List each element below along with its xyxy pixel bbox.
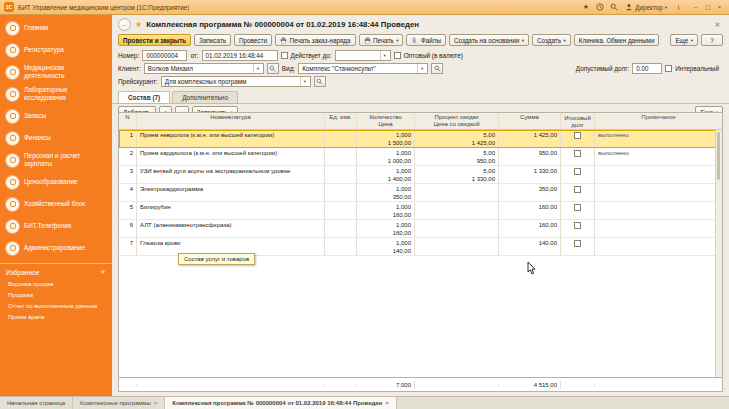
table-row[interactable]: 2 Прием кардиолога (к.м.н. или высшей ка… bbox=[119, 148, 722, 166]
tab-additional[interactable]: Дополнительно bbox=[172, 91, 238, 103]
clinic-exchange-button[interactable]: Клиника. Обмен данными bbox=[574, 34, 660, 46]
header-n[interactable]: N bbox=[119, 113, 137, 129]
header-quantity-price[interactable]: Количество Цена bbox=[357, 113, 415, 129]
client-search-button[interactable] bbox=[267, 63, 279, 74]
sidebar-item-label: Персонал и расчет зарплаты bbox=[24, 152, 106, 167]
create-based-on-button[interactable]: Создать на основании ▾ bbox=[449, 34, 529, 46]
document-form: ← ★ Комплексная программа № 000000004 от… bbox=[112, 15, 729, 396]
sidebar-item[interactable]: БИТ.Телефония bbox=[0, 215, 112, 237]
sidebar-item[interactable]: Персонал и расчет зарплаты bbox=[0, 149, 112, 171]
header-discount-percent: Процент скидки bbox=[435, 114, 479, 121]
print-menu-button[interactable]: Печать ▾ bbox=[359, 34, 404, 46]
vertical-scrollbar[interactable] bbox=[715, 130, 722, 377]
favorite-item[interactable]: Прием врача bbox=[0, 311, 112, 322]
header-discount[interactable]: Процент скидки Цена со скидкой bbox=[415, 113, 499, 129]
favorite-item[interactable]: Воронка продаж bbox=[0, 278, 112, 289]
bottom-tab[interactable]: Комплексная программа № 000000004 от 01.… bbox=[165, 397, 396, 409]
sidebar-item[interactable]: Регистратура bbox=[0, 39, 112, 61]
close-window-icon[interactable]: × bbox=[714, 2, 725, 13]
client-field[interactable]: Волков Михаил ▾ bbox=[144, 63, 264, 74]
favorite-item[interactable]: Отчет по выполненным данным bbox=[0, 300, 112, 311]
favorite-item[interactable]: Продажи bbox=[0, 289, 112, 300]
files-button[interactable]: Файлы bbox=[406, 34, 446, 46]
sidebar-item[interactable]: Запасы bbox=[0, 105, 112, 127]
header-unit[interactable]: Ед. изм. bbox=[325, 113, 357, 129]
info-icon[interactable]: i bbox=[673, 2, 684, 13]
valid-until-field[interactable]: ▾ bbox=[335, 50, 391, 61]
sidebar-item[interactable]: Медицинская деятельность bbox=[0, 61, 112, 83]
back-icon[interactable]: ← bbox=[118, 18, 131, 31]
cell-note bbox=[595, 238, 722, 255]
favorites-icon[interactable]: ★ bbox=[580, 2, 591, 13]
window-titlebar: 1С БИТ Управление медицинским центром (1… bbox=[0, 0, 729, 15]
number-field[interactable]: 000000004 bbox=[142, 50, 187, 61]
medical-activity-icon bbox=[6, 66, 19, 79]
sidebar-item[interactable]: Лабораторные исследования bbox=[0, 83, 112, 105]
kind-search-button[interactable] bbox=[431, 63, 443, 74]
table-row[interactable]: 6 АЛТ (аланинаминотрансфераза) 1,000 160… bbox=[119, 220, 722, 238]
row-debt-checkbox[interactable] bbox=[574, 204, 581, 211]
chevron-down-icon[interactable]: ▾ bbox=[300, 77, 309, 86]
favorite-star-icon[interactable]: ★ bbox=[135, 20, 142, 29]
sidebar-item[interactable]: Главная bbox=[0, 17, 112, 39]
price-list-field[interactable]: Для комплексных программ ▾ bbox=[161, 76, 311, 87]
row-debt-checkbox[interactable] bbox=[574, 150, 581, 157]
sidebar-item[interactable]: Хозяйственный блок bbox=[0, 193, 112, 215]
table-row[interactable]: 3 УЗИ ветвей дуги аорты на экстракраниал… bbox=[119, 166, 722, 184]
close-form-icon[interactable]: ✕ bbox=[712, 21, 723, 29]
row-debt-checkbox[interactable] bbox=[574, 240, 581, 247]
calendar-icon[interactable]: ▾ bbox=[380, 51, 389, 60]
save-button[interactable]: Записать bbox=[194, 34, 231, 46]
sidebar-item-label: Хозяйственный блок bbox=[24, 200, 85, 208]
post-button[interactable]: Провести bbox=[234, 34, 272, 46]
kind-field[interactable]: Комплекс "Стачконсульт" ▾ bbox=[298, 63, 428, 74]
header-final-debt[interactable]: Итоговый долг bbox=[561, 113, 595, 129]
sidebar-favorites-list: Воронка продажПродажиОтчет по выполненны… bbox=[0, 278, 112, 322]
chevron-down-icon[interactable]: ▾ bbox=[417, 64, 426, 73]
create-button[interactable]: Создать ▾ bbox=[532, 34, 571, 46]
scrollbar-thumb[interactable] bbox=[717, 132, 720, 180]
post-and-close-button[interactable]: Провести и закрыть bbox=[118, 34, 191, 46]
header-nomenclature[interactable]: Номенклатура bbox=[137, 113, 325, 129]
current-user[interactable]: Директор ▾ bbox=[622, 3, 670, 11]
help-button[interactable]: ? bbox=[701, 34, 723, 46]
history-icon[interactable] bbox=[594, 2, 605, 13]
cell-final-debt bbox=[561, 220, 595, 237]
valid-until-checkbox[interactable] bbox=[281, 52, 288, 59]
sidebar-item[interactable]: Финансы bbox=[0, 127, 112, 149]
print-work-order-button[interactable]: Печать заказ-наряда bbox=[275, 34, 356, 46]
maximize-icon[interactable]: ☐ bbox=[702, 2, 713, 13]
search-icon[interactable] bbox=[608, 2, 619, 13]
bottom-tab[interactable]: Начальная страница bbox=[0, 397, 73, 409]
cell-quantity: 1,000 bbox=[396, 149, 411, 157]
cell-nomenclature: УЗИ ветвей дуги аорты на экстракраниальн… bbox=[137, 166, 325, 183]
wholesale-checkbox[interactable] bbox=[394, 52, 401, 59]
bottom-tab[interactable]: Комплексные программы × bbox=[73, 397, 165, 409]
chevron-down-icon[interactable]: ▾ bbox=[253, 64, 262, 73]
cell-final-debt bbox=[561, 130, 595, 147]
cell-row-number: 3 bbox=[119, 166, 137, 183]
cell-discount-priceafter bbox=[415, 202, 499, 219]
header-note[interactable]: Примечание bbox=[595, 113, 722, 129]
favorites-star-icon[interactable]: ★ bbox=[100, 268, 106, 276]
interval-checkbox[interactable] bbox=[665, 65, 672, 72]
table-row[interactable]: 1 Прием невролога (к.м.н. или высшей кат… bbox=[119, 130, 722, 148]
date-field[interactable]: 01.02.2019 16:48:44 bbox=[202, 50, 278, 61]
table-row[interactable]: 4 Электрокардиограмма 1,000 350,00 350,0… bbox=[119, 184, 722, 202]
price-list-search-button[interactable] bbox=[314, 76, 326, 87]
minimize-icon[interactable]: – bbox=[690, 2, 701, 13]
row-debt-checkbox[interactable] bbox=[574, 186, 581, 193]
allowed-debt-field[interactable]: 0.00 bbox=[632, 63, 662, 74]
sidebar-item[interactable]: Администрирование bbox=[0, 237, 112, 259]
header-sum[interactable]: Сумма bbox=[499, 113, 561, 129]
cell-quantity: 1,000 bbox=[396, 185, 411, 193]
close-tab-icon[interactable]: × bbox=[154, 400, 158, 406]
row-debt-checkbox[interactable] bbox=[574, 222, 581, 229]
row-debt-checkbox[interactable] bbox=[574, 132, 581, 139]
more-button[interactable]: Еще ▾ bbox=[670, 34, 698, 46]
close-tab-icon[interactable]: × bbox=[385, 400, 389, 406]
sidebar-item[interactable]: Ценообразование bbox=[0, 171, 112, 193]
row-debt-checkbox[interactable] bbox=[574, 168, 581, 175]
tab-composition[interactable]: Состав (7) bbox=[118, 91, 170, 103]
table-row[interactable]: 5 Билирубин 1,000 160,00 160,00 bbox=[119, 202, 722, 220]
